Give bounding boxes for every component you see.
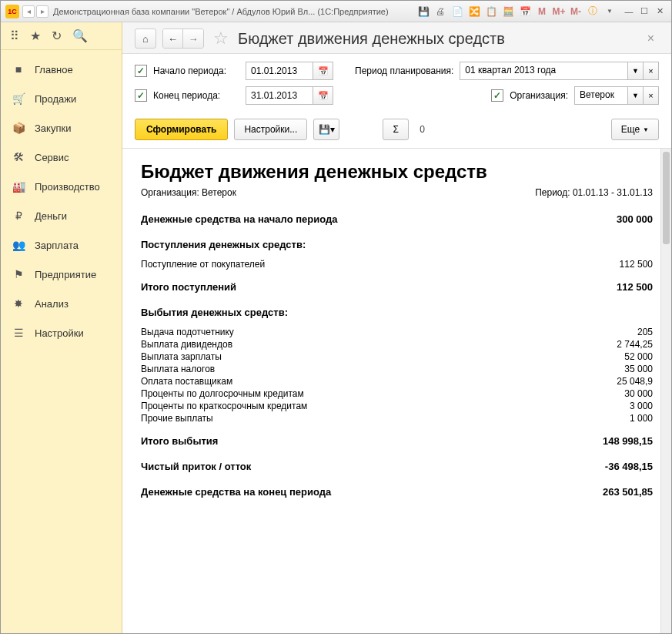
end-date-field[interactable] (246, 86, 313, 105)
sidebar-item-settings[interactable]: ☰Настройки (1, 318, 122, 347)
info-dd-icon[interactable]: ▼ (603, 5, 616, 18)
home-icon: ■ (12, 63, 25, 75)
print-icon[interactable]: 🖨 (434, 5, 446, 18)
start-period-input[interactable]: 📅 (246, 62, 333, 80)
more-button[interactable]: Еще▼ (611, 119, 659, 140)
row-value: 112 500 (560, 259, 653, 270)
history-icon[interactable]: ↻ (52, 29, 62, 43)
sidebar-item-salary[interactable]: 👥Зарплата (1, 230, 122, 260)
doc-icon[interactable]: 📄 (451, 5, 463, 18)
scrollbar-thumb[interactable] (663, 152, 670, 244)
end-period-checkbox[interactable]: ✓ (135, 89, 147, 102)
calendar-icon[interactable]: 📅 (313, 62, 333, 80)
sidebar-item-purchases[interactable]: 📦Закупки (1, 113, 122, 143)
row-value: 205 (560, 327, 653, 337)
sidebar-item-money[interactable]: ₽Деньги (1, 201, 122, 230)
dropdown-icon[interactable]: ▼ (628, 62, 644, 80)
sidebar-item-label: Продажи (35, 93, 76, 105)
clear-icon[interactable]: × (644, 62, 659, 80)
mem-mplus-icon[interactable]: M+ (553, 5, 565, 18)
start-date-field[interactable] (246, 62, 313, 80)
row-label: Проценты по краткосрочным кредитам (141, 401, 307, 411)
row-value: 1 000 (560, 413, 653, 424)
org-checkbox[interactable]: ✓ (491, 89, 503, 102)
favorite-star-icon[interactable]: ☆ (213, 29, 229, 49)
report-org-meta: Организация: Ветерок (141, 187, 236, 198)
sidebar-item-label: Настройки (35, 327, 84, 339)
minimize-button[interactable]: — (622, 5, 636, 18)
favorite-icon[interactable]: ★ (30, 29, 41, 43)
scrollbar[interactable] (660, 149, 671, 633)
info-icon[interactable]: ⓘ (587, 5, 599, 18)
sidebar-item-production[interactable]: 🏭Производство (1, 172, 122, 201)
app-logo-icon: 1C (5, 5, 19, 18)
apps-icon[interactable]: ⠿ (10, 29, 19, 43)
closing-label: Денежные средства на конец периода (141, 486, 331, 498)
sidebar-item-label: Зарплата (35, 240, 79, 251)
row-label: Проценты по долгосрочным кредитам (141, 388, 304, 399)
tools-icon: 🛠 (12, 151, 25, 163)
report-toolbar: Сформировать Настройки... 💾▾ Σ 0 Еще▼ (122, 117, 671, 149)
sidebar-item-label: Анализ (35, 298, 69, 310)
settings-button[interactable]: Настройки... (234, 119, 307, 140)
sidebar-item-company[interactable]: ⚑Предприятие (1, 260, 122, 289)
sidebar-item-label: Закупки (35, 122, 71, 134)
sidebar-item-service[interactable]: 🛠Сервис (1, 143, 122, 172)
page-nav: ← → (162, 29, 204, 49)
report-body: Бюджет движения денежных средств Организ… (122, 149, 671, 518)
report-row: Проценты по краткосрочным кредитам3 000 (141, 400, 653, 412)
calendar-icon[interactable]: 📅 (313, 86, 333, 105)
star-icon: ✸ (12, 297, 25, 310)
mem-mminus-icon[interactable]: M- (570, 5, 582, 18)
search-icon[interactable]: 🔍 (72, 29, 88, 43)
end-period-input[interactable]: 📅 (246, 86, 333, 105)
page-fwd-button[interactable]: → (183, 29, 203, 48)
sidebar-topbar: ⠿ ★ ↻ 🔍 (1, 22, 122, 50)
report-period-meta: Период: 01.01.13 - 31.01.13 (535, 187, 653, 198)
page-close-button[interactable]: × (643, 32, 659, 45)
net-label: Чистый приток / отток (141, 461, 251, 472)
row-label: Оплата поставщикам (141, 376, 232, 387)
sigma-button[interactable]: Σ (383, 119, 409, 140)
sigma-value: 0 (420, 124, 425, 135)
params-panel: ✓ Начало периода: 📅 Период планирования:… (122, 54, 671, 117)
end-period-label: Конец периода: (153, 90, 239, 101)
row-value: 52 000 (560, 351, 653, 362)
nav-fwd-icon[interactable]: ▸ (36, 5, 48, 18)
row-label: Выплата налогов (141, 364, 215, 374)
save-icon[interactable]: 💾 (417, 5, 430, 18)
save-variant-button[interactable]: 💾▾ (313, 119, 339, 140)
mem-m-icon[interactable]: M (536, 5, 548, 18)
sidebar-item-analysis[interactable]: ✸Анализ (1, 289, 122, 318)
start-period-checkbox[interactable]: ✓ (135, 65, 147, 77)
cart-icon: 🛒 (12, 92, 25, 105)
sidebar-item-label: Предприятие (35, 269, 96, 280)
clear-icon[interactable]: × (644, 86, 659, 105)
compare-icon[interactable]: 🔀 (468, 5, 480, 18)
report-row: Прочие выплаты1 000 (141, 412, 653, 424)
sidebar-item-sales[interactable]: 🛒Продажи (1, 84, 122, 113)
page-back-button[interactable]: ← (163, 29, 183, 48)
calendar-icon[interactable]: 📅 (519, 5, 531, 18)
org-select[interactable]: Ветерок ▼ × (574, 86, 659, 105)
page-title: Бюджет движения денежных средств (238, 30, 637, 48)
page-header: ⌂ ← → ☆ Бюджет движения денежных средств… (122, 22, 671, 54)
report-scroll[interactable]: Бюджет движения денежных средств Организ… (122, 149, 671, 633)
main-content: ⌂ ← → ☆ Бюджет движения денежных средств… (122, 22, 671, 633)
calc-icon[interactable]: 🧮 (502, 5, 514, 18)
row-label: Выплата зарплаты (141, 351, 222, 362)
list-icon: ☰ (12, 327, 25, 339)
plan-period-select[interactable]: 01 квартал 2013 года ▼ × (460, 62, 659, 80)
close-button[interactable]: ✕ (653, 5, 667, 18)
dropdown-icon[interactable]: ▼ (628, 86, 644, 105)
nav-back-icon[interactable]: ◂ (22, 5, 35, 18)
sidebar-item-main[interactable]: ■Главное (1, 55, 122, 84)
titlebar-tools: 💾 🖨 📄 🔀 📋 🧮 📅 M M+ M- ⓘ ▼ (417, 5, 616, 18)
start-period-label: Начало периода: (153, 65, 239, 76)
generate-button[interactable]: Сформировать (135, 119, 228, 140)
home-button[interactable]: ⌂ (135, 29, 156, 49)
maximize-button[interactable]: ☐ (637, 5, 651, 18)
report-row: Поступление от покупателей112 500 (141, 258, 653, 270)
report-row: Выплата дивидендов2 744,25 (141, 338, 653, 351)
clipboard-icon[interactable]: 📋 (485, 5, 497, 18)
